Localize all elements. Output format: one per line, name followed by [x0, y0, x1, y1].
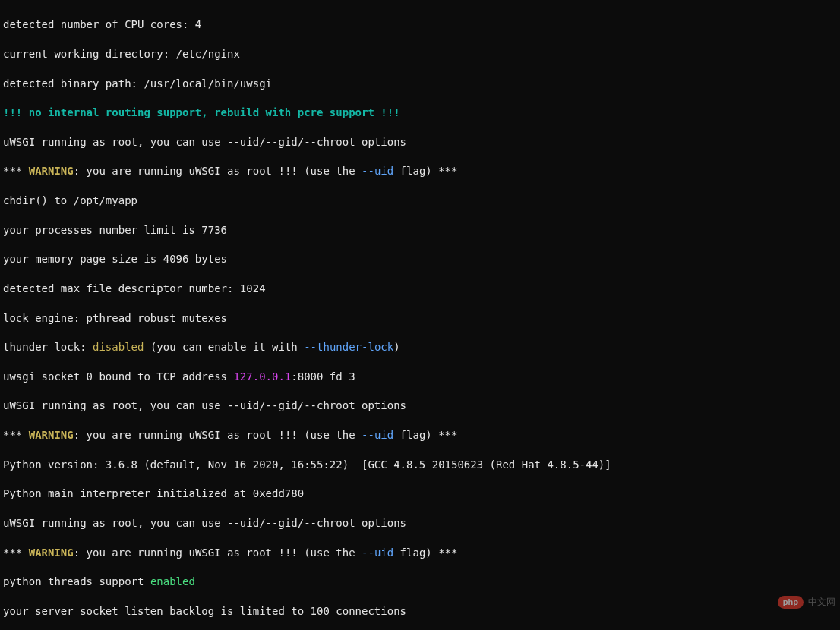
line-lock-engine: lock engine: pthread robust mutexes [3, 311, 837, 326]
line-socket-bound: uwsgi socket 0 bound to TCP address 127.… [3, 370, 837, 384]
line-cwd: current working directory: /etc/nginx [3, 47, 837, 61]
terminal-output[interactable]: detected number of CPU cores: 4 current … [0, 0, 840, 630]
line-proc-limit: your processes number limit is 7736 [3, 223, 837, 238]
line-no-routing: !!! no internal routing support, rebuild… [3, 106, 837, 120]
line-listen-backlog: your server socket listen backlog is lim… [3, 604, 837, 619]
line-binary-path: detected binary path: /usr/local/bin/uws… [3, 77, 837, 91]
line-mem-page: your memory page size is 4096 bytes [3, 252, 837, 266]
line-chdir: chdir() to /opt/myapp [3, 194, 837, 208]
thunder-flag: --thunder-lock [304, 341, 393, 353]
threads-enabled: enabled [150, 575, 195, 587]
line-warning-root-1: *** WARNING: you are running uWSGI as ro… [3, 164, 837, 178]
line-python-version: Python version: 3.6.8 (default, Nov 16 2… [3, 458, 837, 472]
thunder-disabled: disabled [93, 341, 144, 353]
watermark: php 中文网 [778, 596, 835, 609]
uid-flag: --uid [362, 429, 393, 441]
line-warning-root-3: *** WARNING: you are running uWSGI as ro… [3, 546, 837, 560]
uid-flag: --uid [362, 165, 393, 177]
warning-label: WARNING [29, 429, 74, 441]
line-cpu-cores: detected number of CPU cores: 4 [3, 17, 837, 32]
warning-label: WARNING [29, 547, 74, 559]
watermark-badge: php [778, 596, 804, 609]
socket-ip: 127.0.0.1 [233, 370, 291, 383]
line-max-fd: detected max file descriptor number: 102… [3, 282, 837, 296]
line-thunder-lock: thunder lock: disabled (you can enable i… [3, 340, 837, 354]
line-python-main: Python main interpreter initialized at 0… [3, 487, 837, 501]
uid-flag: --uid [362, 547, 393, 559]
line-warning-root-2: *** WARNING: you are running uWSGI as ro… [3, 428, 837, 443]
watermark-text: 中文网 [808, 596, 835, 609]
warning-label: WARNING [29, 165, 74, 177]
line-python-threads: python threads support enabled [3, 575, 837, 589]
line-run-as-root: uWSGI running as root, you can use --uid… [3, 135, 837, 150]
line-run-as-root-3: uWSGI running as root, you can use --uid… [3, 516, 837, 531]
line-run-as-root-2: uWSGI running as root, you can use --uid… [3, 398, 837, 413]
